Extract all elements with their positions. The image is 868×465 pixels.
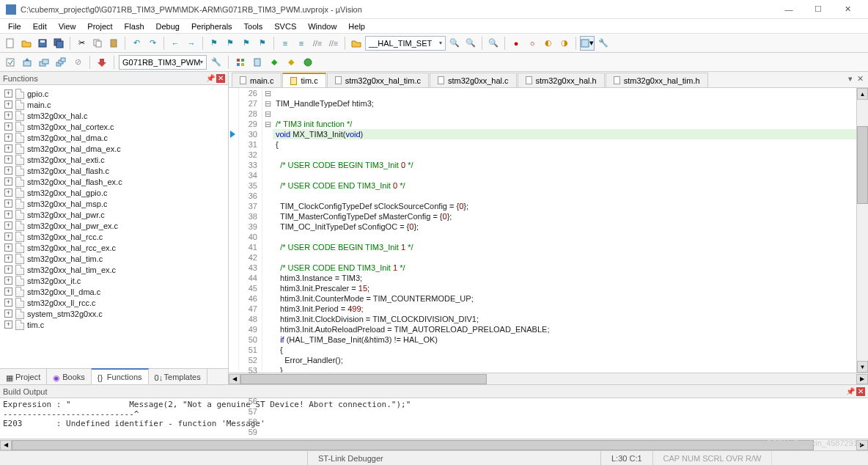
expand-icon[interactable]: + xyxy=(4,122,12,131)
tree-item[interactable]: +stm32g0xx_hal_tim.c xyxy=(0,253,228,264)
marker-gutter[interactable] xyxy=(229,88,239,373)
file-tab[interactable]: stm32g0xx_hal_tim.c xyxy=(327,73,429,87)
incremental-find-icon[interactable]: 🔍 xyxy=(463,36,478,51)
vscroll-thumb[interactable] xyxy=(857,126,868,205)
tree-item[interactable]: +stm32g0xx_hal_gpio.c xyxy=(0,187,228,198)
tree-item[interactable]: +stm32g0xx_hal_cortex.c xyxy=(0,121,228,132)
expand-icon[interactable]: + xyxy=(4,111,12,120)
tree-item[interactable]: +stm32g0xx_hal_msp.c xyxy=(0,198,228,209)
expand-icon[interactable]: + xyxy=(4,155,12,164)
minimize-button[interactable]: — xyxy=(774,1,803,18)
debug-icon[interactable]: 🔍 xyxy=(486,36,501,51)
manage-components-icon[interactable]: ◆ xyxy=(267,55,282,70)
window-icon[interactable]: ▾ xyxy=(580,36,595,51)
bookmark-toggle-icon[interactable]: ⚑ xyxy=(207,36,221,51)
file-tab[interactable]: stm32g0xx_hal_tim.h xyxy=(606,73,708,87)
menu-window[interactable]: Window xyxy=(303,21,342,32)
paste-icon[interactable] xyxy=(106,36,121,51)
breakpoint-disable-icon[interactable]: ◐ xyxy=(541,36,556,51)
menu-file[interactable]: File xyxy=(3,21,26,32)
menu-project[interactable]: Project xyxy=(82,21,117,32)
menu-help[interactable]: Help xyxy=(343,21,370,32)
download-icon[interactable] xyxy=(95,55,109,70)
functions-tree[interactable]: +gpio.c+main.c+stm32g0xx_hal.c+stm32g0xx… xyxy=(0,85,228,368)
menu-edit[interactable]: Edit xyxy=(28,21,52,32)
tab-books[interactable]: ◉Books xyxy=(47,369,92,384)
maximize-button[interactable]: ☐ xyxy=(803,1,833,18)
manage-project-icon[interactable] xyxy=(233,55,248,70)
tree-item[interactable]: +stm32g0xx_hal_rcc.c xyxy=(0,231,228,242)
tree-item[interactable]: +stm32g0xx_ll_rcc.c xyxy=(0,297,228,308)
tab-functions[interactable]: {}Functions xyxy=(92,368,149,384)
tree-item[interactable]: +stm32g0xx_hal_pwr_ex.c xyxy=(0,220,228,231)
save-icon[interactable] xyxy=(35,36,50,51)
nav-fwd-icon[interactable]: → xyxy=(184,36,199,51)
cut-icon[interactable]: ✂ xyxy=(74,36,89,51)
breakpoint-kill-icon[interactable]: ◑ xyxy=(557,36,572,51)
hscroll-thumb[interactable] xyxy=(240,374,487,384)
menu-flash[interactable]: Flash xyxy=(119,21,150,32)
configure-icon[interactable]: 🔧 xyxy=(596,36,611,51)
file-tab[interactable]: main.c xyxy=(232,73,282,87)
rte-icon[interactable] xyxy=(301,55,315,70)
scroll-up-icon[interactable]: ▲ xyxy=(857,88,868,100)
tree-item[interactable]: +stm32g0xx_ll_dma.c xyxy=(0,286,228,297)
file-tab[interactable]: stm32g0xx_hal.c xyxy=(430,73,517,87)
build-icon[interactable] xyxy=(20,55,34,70)
expand-icon[interactable]: + xyxy=(4,255,12,263)
build-output-text[interactable]: Expression : " Message(2, "Not a genuine… xyxy=(0,398,868,439)
target-combo[interactable]: G071RB_TIM3_PWM▾ xyxy=(119,55,207,70)
pane-close-icon[interactable]: ✕ xyxy=(856,387,865,396)
expand-icon[interactable]: + xyxy=(4,166,12,175)
rebuild-icon[interactable] xyxy=(37,55,51,70)
outdent-icon[interactable]: ≡ xyxy=(294,36,309,51)
expand-icon[interactable]: + xyxy=(4,299,12,307)
tree-item[interactable]: +stm32g0xx_hal_flash.c xyxy=(0,165,228,176)
nav-back-icon[interactable]: ← xyxy=(168,36,183,51)
close-button[interactable]: ✕ xyxy=(833,1,862,18)
editor-vscrollbar[interactable]: ▲ ▼ xyxy=(856,88,868,373)
undo-icon[interactable]: ↶ xyxy=(129,36,144,51)
expand-icon[interactable]: + xyxy=(4,221,12,230)
expand-icon[interactable]: + xyxy=(4,277,12,285)
tab-templates[interactable]: 0↓Templates xyxy=(149,369,207,384)
uncomment-icon[interactable]: //≡ xyxy=(326,36,341,51)
bookmark-next-icon[interactable]: ⚑ xyxy=(239,36,254,51)
redo-icon[interactable]: ↷ xyxy=(145,36,160,51)
menu-peripherals[interactable]: Peripherals xyxy=(186,21,238,32)
tree-item[interactable]: +stm32g0xx_it.c xyxy=(0,275,228,286)
tree-item[interactable]: +stm32g0xx_hal_rcc_ex.c xyxy=(0,242,228,253)
tree-item[interactable]: +stm32g0xx_hal_tim_ex.c xyxy=(0,264,228,275)
file-tab[interactable]: stm32g0xx_hal.h xyxy=(518,73,605,87)
breakpoint-insert-icon[interactable]: ● xyxy=(509,36,523,51)
expand-icon[interactable]: + xyxy=(4,210,12,219)
expand-icon[interactable]: + xyxy=(4,310,12,318)
tab-dropdown-icon[interactable]: ▾ xyxy=(848,74,853,84)
pack-installer-icon[interactable]: ◆ xyxy=(284,55,298,70)
expand-icon[interactable]: + xyxy=(4,177,12,186)
expand-icon[interactable]: + xyxy=(4,321,12,329)
expand-icon[interactable]: + xyxy=(4,288,12,296)
open-icon[interactable] xyxy=(19,36,34,51)
file-tab[interactable]: tim.c xyxy=(282,73,326,87)
editor-hscrollbar[interactable]: ◀ ▶ xyxy=(229,373,868,384)
tree-item[interactable]: +stm32g0xx_hal_dma_ex.c xyxy=(0,143,228,154)
new-icon[interactable] xyxy=(3,36,18,51)
scroll-right-icon[interactable]: ▶ xyxy=(856,374,868,384)
expand-icon[interactable]: + xyxy=(4,266,12,274)
tree-item[interactable]: +tim.c xyxy=(0,319,228,330)
menu-tools[interactable]: Tools xyxy=(239,21,268,32)
expand-icon[interactable]: + xyxy=(4,244,12,252)
bookmark-clear-icon[interactable]: ⚑ xyxy=(255,36,270,51)
breakpoint-enable-icon[interactable]: ○ xyxy=(525,36,540,51)
stop-build-icon[interactable]: ⊘ xyxy=(70,55,85,70)
expand-icon[interactable]: + xyxy=(4,100,12,109)
comment-icon[interactable]: //≡ xyxy=(310,36,325,51)
tab-project[interactable]: ▦Project xyxy=(0,369,47,384)
pin-icon[interactable]: 📌 xyxy=(846,387,855,395)
tree-item[interactable]: +stm32g0xx_hal_dma.c xyxy=(0,132,228,143)
translate-icon[interactable] xyxy=(3,55,18,70)
expand-icon[interactable]: + xyxy=(4,144,12,153)
save-all-icon[interactable] xyxy=(51,36,66,51)
pane-close-icon[interactable]: ✕ xyxy=(216,74,225,83)
